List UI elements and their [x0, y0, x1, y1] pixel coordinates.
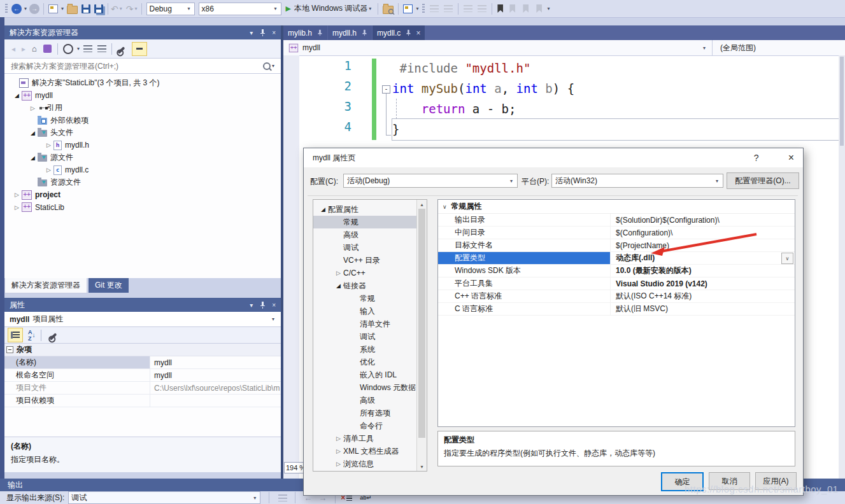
document-tab[interactable]: mydll.h [328, 25, 372, 40]
object-dropdown-icon[interactable]: ▾ [272, 316, 274, 322]
property-row[interactable]: 根命名空间mydll [4, 369, 281, 382]
dialog-grid-value[interactable]: Visual Studio 2019 (v142) [611, 279, 795, 288]
property-value[interactable]: C:\Users\lxf\source\repos\StaticLib\m [150, 384, 281, 393]
configuration-manager-button[interactable]: 配置管理器(O)... [727, 172, 799, 189]
properties-pages-icon[interactable] [83, 45, 92, 52]
scrollbar-thumb[interactable] [840, 57, 844, 146]
dialog-grid-row[interactable]: Windows SDK 版本10.0 (最新安装的版本) [438, 265, 795, 277]
dialog-grid-label[interactable]: 中间目录 [438, 227, 611, 239]
tree-expander-icon[interactable]: ▷ [334, 448, 343, 454]
tree-expander-icon[interactable]: ▷ [28, 105, 38, 111]
filter-dropdown-icon[interactable]: ▾ [77, 46, 80, 52]
new-project-icon[interactable] [48, 4, 58, 13]
platform-combo[interactable]: 活动(Win32)▾ [551, 174, 723, 188]
dialog-tree-item[interactable]: 高级 [313, 228, 427, 241]
output-source-combo[interactable]: 调试▾ [68, 491, 260, 504]
dialog-tree-item[interactable]: 调试 [313, 330, 427, 343]
window-menu-icon[interactable]: ▾ [250, 29, 253, 36]
solution-platform-combo[interactable]: x86▾ [199, 3, 281, 15]
dialog-close-icon[interactable]: × [788, 152, 794, 164]
tree-expander-icon[interactable]: ▷ [334, 270, 343, 276]
collapse-category-icon[interactable]: ∨ [443, 204, 447, 210]
code-line[interactable]: return a - b; [392, 99, 574, 120]
dialog-tree-item[interactable]: 命令行 [313, 419, 427, 432]
window-dropdown-icon[interactable]: ▾ [416, 6, 418, 11]
dialog-grid-label[interactable]: 配置类型 [438, 252, 611, 264]
window-menu-icon[interactable]: ▾ [250, 302, 253, 309]
tree-item[interactable]: 外部依赖项 [4, 115, 281, 127]
pin-icon[interactable] [317, 29, 323, 36]
property-row[interactable]: 项目依赖项 [4, 395, 281, 407]
open-file-icon[interactable] [67, 6, 78, 14]
collapse-all-icon[interactable] [132, 42, 147, 56]
breadcrumb[interactable]: mydll [302, 43, 320, 52]
dialog-tree-item[interactable]: 常规 [313, 292, 427, 305]
dialog-grid-label[interactable]: Windows SDK 版本 [438, 265, 611, 277]
help-icon[interactable]: ? [754, 153, 759, 163]
redo-dropdown-icon[interactable]: ▾ [135, 6, 138, 11]
toggle-bookmark-icon[interactable] [497, 4, 503, 13]
dialog-grid-value[interactable]: 默认(ISO C++14 标准) [611, 291, 795, 302]
properties-object-combo[interactable]: mydll 项目属性 ▾ [4, 312, 281, 327]
scroll-down-icon[interactable]: ▾ [417, 464, 427, 470]
dialog-tree-item[interactable]: 系统 [313, 343, 427, 356]
home-icon[interactable]: ⌂ [32, 44, 37, 53]
dialog-tree-item[interactable]: ◢配置属性 [313, 203, 427, 216]
categorized-icon[interactable] [8, 328, 23, 342]
dialog-grid-value[interactable]: $(SolutionDir)$(Configuration)\ [611, 216, 795, 225]
forward-icon[interactable]: ▸ [22, 45, 25, 53]
save-icon[interactable] [82, 4, 90, 13]
dialog-tree-item[interactable]: ▷XML 文档生成器 [313, 445, 427, 458]
configuration-combo[interactable]: 活动(Debug)▾ [343, 174, 518, 188]
code-line[interactable]: } [392, 120, 574, 140]
document-tab[interactable]: mylib.h [283, 25, 327, 40]
document-tab-active[interactable]: mydll.c× [373, 25, 425, 40]
tab-close-icon[interactable]: × [416, 29, 420, 38]
dialog-grid-value[interactable]: 10.0 (最新安装的版本) [611, 265, 795, 276]
dialog-titlebar[interactable]: mydll 属性页 ? × [304, 148, 803, 167]
property-category-row[interactable]: 杂项 [4, 344, 281, 356]
undo-icon[interactable]: ↶ [111, 4, 118, 14]
tree-item[interactable]: ▷cmydll.c [4, 164, 281, 177]
next-bookmark-icon[interactable] [523, 4, 529, 13]
dialog-tree-item[interactable]: ◢链接器 [313, 279, 427, 292]
search-dropdown-icon[interactable]: ▾ [272, 63, 274, 69]
comment-icon[interactable] [430, 5, 439, 12]
tree-item[interactable]: ◢源文件 [4, 151, 281, 164]
dialog-tree-item[interactable]: 常规 [313, 216, 427, 228]
sync-with-active-document-icon[interactable] [43, 45, 52, 53]
property-pages-icon[interactable] [49, 332, 57, 340]
property-row[interactable]: 项目文件C:\Users\lxf\source\repos\StaticLib\… [4, 382, 281, 395]
navigate-back-dropdown-icon[interactable]: ▾ [24, 6, 27, 11]
clear-bookmarks-icon[interactable] [536, 4, 542, 13]
dialog-grid-row[interactable]: 输出目录$(SolutionDir)$(Configuration)\ [438, 214, 795, 227]
bookmark-dropdown-icon[interactable]: ▾ [547, 6, 550, 11]
tree-expander-icon[interactable]: ▷ [12, 204, 22, 211]
indicator-margin[interactable] [283, 55, 299, 479]
solution-configuration-combo[interactable]: Debug▾ [146, 3, 195, 15]
dialog-grid-label[interactable]: 平台工具集 [438, 277, 611, 290]
navigate-back-icon[interactable]: ← [11, 4, 22, 14]
collapse-category-icon[interactable] [6, 346, 13, 353]
dialog-tree-item[interactable]: Windows 元数据 [313, 381, 427, 394]
previous-bookmark-icon[interactable] [509, 4, 515, 13]
dialog-tree-item[interactable]: 嵌入的 IDL [313, 368, 427, 381]
pin-icon[interactable] [362, 29, 367, 36]
tree-expander-icon[interactable]: ◢ [318, 206, 328, 213]
tree-expander-icon[interactable]: ◢ [12, 92, 22, 99]
tree-expander-icon[interactable]: ▷ [334, 435, 343, 442]
redo-icon[interactable]: ↷ [126, 4, 134, 14]
tree-item[interactable]: ▷StaticLib [4, 201, 281, 214]
editor-scrollbar[interactable] [839, 55, 845, 479]
dialog-grid-row[interactable]: C++ 语言标准默认(ISO C++14 标准) [438, 290, 795, 303]
dialog-grid-label[interactable]: C++ 语言标准 [438, 290, 611, 302]
tool-window-tab-inactive[interactable]: Git 更改 [89, 278, 129, 293]
uncomment-icon[interactable] [444, 5, 453, 12]
pin-icon[interactable] [259, 301, 266, 309]
property-row[interactable]: (名称)mydll [4, 356, 281, 369]
dialog-grid-label[interactable]: C 语言标准 [438, 303, 611, 315]
pending-changes-filter-icon[interactable] [63, 44, 73, 54]
toolbar-grip[interactable] [5, 4, 8, 14]
scrollbar-thumb[interactable] [418, 209, 425, 438]
solution-explorer-window-icon[interactable] [403, 4, 413, 13]
